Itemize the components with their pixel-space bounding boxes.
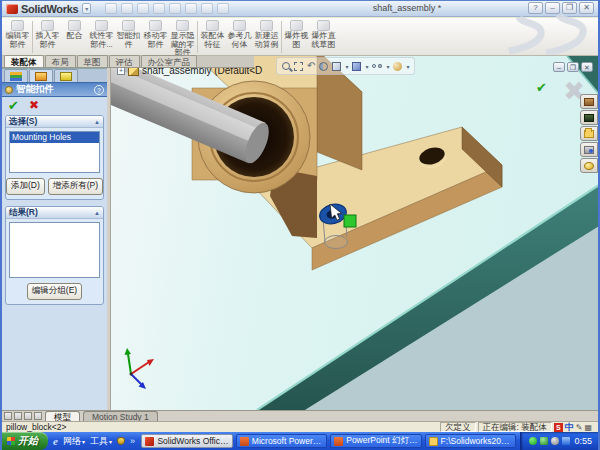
rebuild-icon[interactable] [201,3,213,14]
zoom-fit-icon[interactable] [282,62,290,70]
solidworks-resources-tab[interactable] [580,94,598,109]
options-icon[interactable] [217,3,229,14]
ime-keyboard-icon[interactable]: ▦ [584,423,592,432]
mate-button[interactable]: 配合 [61,19,88,56]
collapse-arrow-icon[interactable]: ▲ [94,119,100,125]
document-window-controls: – ❐ ✕ [553,62,593,72]
ime-s-icon[interactable]: S [554,423,563,432]
reference-geometry-button[interactable]: 参考几何体 [226,19,253,56]
tools-menu[interactable]: 工具▾ [90,435,112,448]
security-shield-icon[interactable] [117,437,125,445]
section-view-icon[interactable] [319,62,328,71]
explode-line-sketch-button[interactable]: 爆炸直线草图 [310,19,337,56]
taskbar-window-solidworks[interactable]: SolidWorks Office Prem... [141,434,232,448]
motion-study-tab[interactable]: Motion Study 1 [83,411,158,422]
pm-cancel-button[interactable]: ✖ [29,98,39,112]
taskbar-window-slideshow[interactable]: PowerPoint 幻灯片放映... [330,434,421,448]
taskbar-window-powerpoint[interactable]: Microsoft PowerPoint - [... [236,434,327,448]
configurations-tab[interactable] [54,69,78,82]
results-listbox[interactable] [9,222,100,278]
redo-icon[interactable] [185,3,197,14]
quick-launch: e 网络▾ 工具▾ » [48,435,140,448]
splitter-button[interactable] [24,412,32,420]
featuremanager-tree-tab[interactable] [4,69,28,82]
edit-grouping-button[interactable]: 编辑分组(E) [27,283,82,300]
doc-minimize-button[interactable]: – [553,62,565,72]
list-item[interactable]: Mounting Holes [10,132,99,143]
exploded-view-button[interactable]: 爆炸视图 [283,19,310,56]
new-motion-study-button[interactable]: 新建运动算例 [253,19,280,56]
splitter-button[interactable] [34,412,42,420]
view-orientation-icon[interactable] [332,62,341,71]
tab-layout[interactable]: 布局 [45,55,76,67]
show-hidden-components-button[interactable]: 显示隐藏的零部件 [169,19,196,56]
pm-help-icon[interactable]: ? [94,85,104,95]
file-explorer-tab[interactable] [580,126,598,141]
assembly-features-button[interactable]: 装配体特征 [199,19,226,56]
zoom-area-icon[interactable] [294,62,303,71]
doc-restore-button[interactable]: ❐ [567,62,579,72]
view-palette-icon [584,162,594,170]
graphics-area[interactable]: + shaft_assembly (Default<D ↶ ▾ ▾ ▾ ▾ – … [111,56,599,410]
system-tray: 0:55 [520,432,599,450]
tray-volume-icon[interactable] [551,437,559,445]
tab-assembly[interactable]: 装配体 [4,55,44,67]
appearances-icon[interactable] [393,62,402,71]
internet-explorer-icon[interactable]: e [53,435,58,447]
menubar-toolbar [105,3,229,14]
populate-all-button[interactable]: 增添所有(P) [48,178,103,195]
view-palette-tab[interactable] [580,158,598,173]
tray-network-icon[interactable] [562,437,570,445]
propertymanager-header: 智能扣件 ? [2,82,107,97]
panel-splitter[interactable] [107,68,111,410]
tray-antivirus-icon[interactable] [529,437,537,445]
pm-ok-button[interactable]: ✔ [8,98,19,113]
ime-pen-icon[interactable]: ✎ [576,423,583,432]
print-icon[interactable] [153,3,165,14]
model-tab[interactable]: 模型 [45,411,80,422]
splitter-button[interactable] [14,412,22,420]
edit-component-button[interactable]: 编辑零部件 [4,19,31,56]
propertymanager-tab[interactable] [29,69,53,82]
reference-triad [125,348,155,389]
tab-office-products[interactable]: 办公室产品 [141,55,198,67]
confirmation-ok-icon[interactable]: ✔ [536,80,547,95]
add-button[interactable]: 添加(D) [6,178,45,195]
windows-taskbar: 开始 e 网络▾ 工具▾ » SolidWorks Office Prem...… [2,432,598,450]
doc-close-button[interactable]: ✕ [581,62,593,72]
design-library-tab[interactable] [580,110,598,125]
display-style-icon[interactable] [352,62,361,71]
insert-components-button[interactable]: 插入零部件 [34,19,61,56]
tab-evaluate[interactable]: 评估 [109,55,140,67]
results-group: 结果(R) ▲ 编辑分组(E) [5,206,104,305]
smart-fasteners-button[interactable]: 智能扣件 [115,19,142,56]
tab-sketch[interactable]: 草图 [77,55,108,67]
tray-update-icon[interactable] [540,437,548,445]
save-icon[interactable] [137,3,149,14]
taskbar-window-explorer[interactable]: F:\Solidworks2006\temp... [425,434,516,448]
document-title: shaft_assembly * [332,3,482,13]
new-motion-study-icon [260,20,273,31]
reference-geometry-icon [233,20,246,31]
move-component-button[interactable]: 移动零部件 [142,19,169,56]
3d-scene[interactable] [111,56,599,410]
previous-view-icon[interactable]: ↶ [307,61,315,71]
start-button[interactable]: 开始 [2,432,48,450]
collapse-arrow-icon[interactable]: ▲ [94,210,100,216]
quicklaunch-overflow-chevron[interactable]: » [130,436,135,446]
smart-fastener-icon [5,86,13,94]
menu-expand-chevron-icon[interactable]: ▾ [82,3,91,14]
open-icon[interactable] [121,3,133,14]
undo-icon[interactable] [169,3,181,14]
headsup-view-toolbar: ↶ ▾ ▾ ▾ ▾ [276,57,415,75]
commandmanager-tabs: 装配体 布局 草图 评估 办公室产品 [2,56,254,68]
selection-listbox[interactable]: Mounting Holes [9,131,100,173]
explode-line-sketch-icon [317,20,330,31]
network-menu[interactable]: 网络▾ [63,435,85,448]
exploded-view-icon [290,20,303,31]
new-icon[interactable] [105,3,117,14]
linear-pattern-button[interactable]: 线性零部件... [88,19,115,56]
splitter-button[interactable] [4,412,12,420]
search-tab[interactable] [580,142,598,157]
hide-show-items-icon[interactable] [372,64,376,68]
